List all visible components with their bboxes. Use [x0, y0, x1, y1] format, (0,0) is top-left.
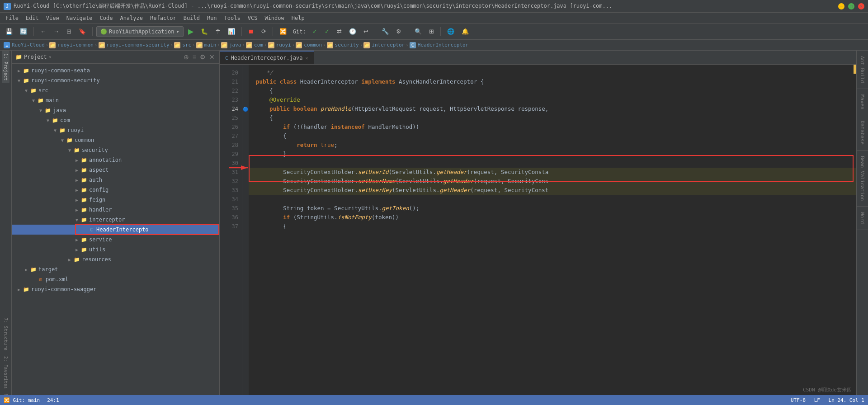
minimize-button[interactable]: ─	[838, 3, 844, 9]
run-config-dropdown[interactable]: 🟢 RuoYiAuthApplication ▾	[96, 26, 184, 37]
tree-item-java-folder[interactable]: ▼ 📁 java	[12, 105, 219, 115]
tree-item-common[interactable]: ▼ 📁 common	[12, 135, 219, 145]
toolbar-sync-button[interactable]: 🔄	[17, 26, 30, 38]
right-tab-ant-build[interactable]: Ant Build	[857, 51, 868, 89]
breadcrumb-src[interactable]: src	[182, 42, 191, 48]
editor-tab-header-interceptor[interactable]: C HeaderInterceptor.java ✕	[220, 51, 314, 64]
toggle-security-folder[interactable]: ▼	[66, 148, 73, 153]
tree-item-service[interactable]: ▶ 📁 service	[12, 235, 219, 245]
breadcrumb-header-interceptor[interactable]: HeaderInterceptor	[418, 42, 469, 48]
sidebar-close-btn[interactable]: ✕	[208, 52, 216, 61]
toolbar-git-revert[interactable]: ↩	[361, 26, 371, 38]
tree-item-annotation[interactable]: ▶ 📁 annotation	[12, 155, 219, 165]
menu-build[interactable]: Build	[180, 14, 203, 22]
tree-item-resources[interactable]: ▶ 📁 resources	[12, 254, 219, 264]
breadcrumb-interceptor[interactable]: interceptor	[372, 42, 405, 48]
toggle-ruoyi[interactable]: ▼	[52, 128, 59, 133]
menu-vcs[interactable]: VCS	[244, 14, 261, 22]
toolbar-stop-button[interactable]: ⏹	[245, 26, 257, 38]
right-tab-bean-validation[interactable]: Bean Validation	[857, 151, 868, 207]
tree-item-main[interactable]: ▼ 📁 main	[12, 95, 219, 105]
toolbar-settings[interactable]: ⚙	[393, 26, 404, 38]
menu-edit[interactable]: Edit	[22, 14, 42, 22]
tree-item-config[interactable]: ▶ 📁 config	[12, 185, 219, 195]
toggle-src[interactable]: ▼	[23, 88, 30, 93]
sidebar-collapse-btn[interactable]: ≡	[192, 52, 197, 61]
menu-view[interactable]: View	[42, 14, 63, 22]
breadcrumb-ruoyi[interactable]: ruoyi	[276, 42, 291, 48]
menu-window[interactable]: Window	[261, 14, 288, 22]
toolbar-search[interactable]: 🔍	[412, 26, 425, 38]
debug-button[interactable]: 🐛	[198, 26, 211, 38]
toggle-seata[interactable]: ▶	[15, 68, 23, 73]
toolbar-git-push[interactable]: ⇄	[334, 26, 344, 38]
toggle-handler[interactable]: ▶	[73, 207, 80, 212]
tree-item-handler[interactable]: ▶ 📁 handler	[12, 205, 219, 215]
toggle-service[interactable]: ▶	[73, 237, 80, 242]
toolbar-reload-button[interactable]: ⟳	[259, 26, 269, 38]
tree-item-src[interactable]: ▼ 📁 src	[12, 85, 219, 95]
tree-item-com[interactable]: ▼ 📁 com	[12, 115, 219, 125]
toggle-swagger[interactable]: ▶	[15, 287, 23, 292]
tree-item-swagger[interactable]: ▶ 📁 ruoyi-common-swagger	[12, 284, 219, 294]
breadcrumb-com[interactable]: com	[254, 42, 263, 48]
menu-file[interactable]: File	[2, 14, 22, 22]
toolbar-vcs-button[interactable]: 🔀	[277, 26, 289, 38]
toggle-interceptor[interactable]: ▼	[73, 217, 80, 222]
menu-tools[interactable]: Tools	[221, 14, 244, 22]
toggle-resources[interactable]: ▶	[66, 257, 73, 262]
right-tab-maven[interactable]: Maven	[857, 89, 868, 115]
toolbar-forward-button[interactable]: →	[51, 26, 62, 38]
tree-item-ruoyi[interactable]: ▼ 📁 ruoyi	[12, 125, 219, 135]
toolbar-save-button[interactable]: 💾	[3, 26, 15, 38]
tree-item-utils[interactable]: ▶ 📁 utils	[12, 245, 219, 254]
tree-item-security[interactable]: ▼ 📁 ruoyi-common-security	[12, 75, 219, 85]
breadcrumb-common[interactable]: common	[304, 42, 322, 48]
tab-close-btn[interactable]: ✕	[306, 56, 308, 61]
sidebar-settings-btn[interactable]: ⚙	[199, 52, 207, 61]
tree-item-interceptor[interactable]: ▼ 📁 interceptor	[12, 215, 219, 225]
tree-item-target[interactable]: ▶ 📁 target	[12, 264, 219, 274]
toolbar-back-button[interactable]: ←	[38, 26, 49, 38]
tree-item-pom[interactable]: m pom.xml	[12, 274, 219, 284]
toggle-java[interactable]: ▼	[37, 108, 44, 113]
toolbar-terminal[interactable]: ⊞	[426, 26, 437, 38]
breadcrumb-ruoyi-common[interactable]: ruoyi-common	[57, 42, 93, 48]
toggle-auth[interactable]: ▶	[73, 178, 80, 183]
tree-item-header-interceptor[interactable]: C HeaderIntercepto	[12, 225, 219, 235]
toggle-annotation[interactable]: ▶	[73, 158, 80, 163]
toggle-utils[interactable]: ▶	[73, 247, 80, 252]
breadcrumb-security-folder[interactable]: security	[335, 42, 359, 48]
close-button[interactable]: ✕	[858, 3, 864, 9]
tree-item-feign[interactable]: ▶ 📁 feign	[12, 195, 219, 205]
toggle-com[interactable]: ▼	[44, 118, 52, 123]
toggle-aspect[interactable]: ▶	[73, 168, 80, 173]
tree-item-seata[interactable]: ▶ 📁 ruoyi-common-seata	[12, 66, 219, 75]
toolbar-git-update[interactable]: ✓	[322, 26, 332, 38]
breadcrumb-ruoyi-cloud[interactable]: RuoYi-Cloud	[12, 42, 45, 48]
toolbar-git-check[interactable]: ✓	[310, 26, 320, 38]
toggle-feign[interactable]: ▶	[73, 198, 80, 202]
menu-analyze[interactable]: Analyze	[116, 14, 146, 22]
toggle-main[interactable]: ▼	[30, 98, 37, 103]
toolbar-extra[interactable]: 🔔	[459, 26, 472, 38]
toggle-common[interactable]: ▼	[59, 138, 66, 143]
run-button[interactable]: ▶	[185, 26, 196, 38]
menu-code[interactable]: Code	[96, 14, 117, 22]
coverage-button[interactable]: ☂	[212, 26, 223, 38]
toolbar-bookmark-button[interactable]: 🔖	[76, 26, 89, 38]
sidebar-locate-btn[interactable]: ⊕	[183, 52, 190, 61]
tab-favorites[interactable]: 2: Favorites	[2, 353, 9, 391]
toolbar-recent-button[interactable]: ⊟	[64, 26, 74, 38]
tree-item-security-folder[interactable]: ▼ 📁 security	[12, 145, 219, 155]
code-lines[interactable]: */ public class HeaderInterceptor implem…	[249, 65, 856, 405]
menu-help[interactable]: Help	[288, 14, 308, 22]
toolbar-translate[interactable]: 🌐	[444, 26, 457, 38]
toolbar-wrench[interactable]: 🔧	[379, 26, 392, 38]
tab-structure[interactable]: 7: Structure	[2, 315, 9, 353]
maximize-button[interactable]: □	[848, 3, 854, 9]
toolbar-git-history[interactable]: 🕐	[346, 26, 359, 38]
tree-item-auth[interactable]: ▶ 📁 auth	[12, 175, 219, 185]
profile-button[interactable]: 📊	[225, 26, 238, 38]
toggle-config[interactable]: ▶	[73, 188, 80, 193]
